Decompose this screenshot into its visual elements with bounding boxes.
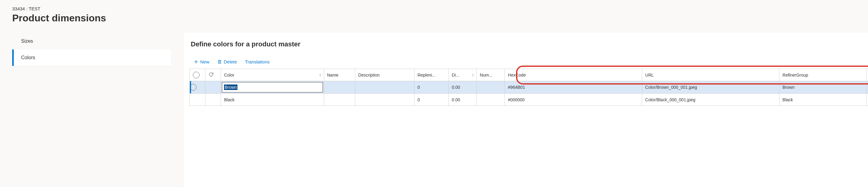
column-options[interactable]	[867, 69, 868, 81]
cell-hexcode[interactable]: #000000	[505, 94, 642, 106]
cell-description[interactable]	[355, 94, 414, 106]
column-header-label: Color	[224, 72, 234, 77]
sidebar-tab-label: Sizes	[21, 38, 33, 43]
delete-button-label: Delete	[224, 59, 237, 64]
cell-name[interactable]	[324, 81, 355, 94]
column-header-label: Repleni...	[417, 72, 436, 77]
table-row[interactable]: Brown 0 0.00 #964B01 Color/Brown_000_001…	[190, 81, 868, 94]
row-selector[interactable]	[190, 94, 206, 106]
cell-replenish[interactable]: 0	[414, 81, 448, 94]
column-header-name[interactable]: Name	[324, 69, 355, 81]
row-marker	[206, 81, 221, 94]
table-row[interactable]: Black 0 0.00 #000000 Color/Black_000_001…	[190, 94, 868, 106]
column-header-label: Name	[327, 72, 338, 77]
page-title: Product dimensions	[12, 12, 868, 24]
cell-name[interactable]	[324, 94, 355, 106]
column-header-replenish[interactable]: Repleni...	[414, 69, 448, 81]
sort-ascending-icon: ↑	[319, 72, 321, 77]
cell-url[interactable]: Color/Brown_000_001.jpeg	[642, 81, 779, 94]
column-header-label: HexCode	[508, 72, 526, 77]
translations-button[interactable]: Translations	[245, 59, 270, 64]
cell-color[interactable]: Black	[221, 94, 324, 106]
main-panel: Define colors for a product master New D…	[183, 33, 868, 187]
column-header-label: Description	[358, 72, 380, 77]
breadcrumb: 33434 : TEST	[12, 6, 868, 11]
toolbar: New Delete Translations	[189, 57, 868, 69]
cell-empty	[867, 94, 868, 106]
column-header-color[interactable]: Color↑	[221, 69, 324, 81]
new-button-label: New	[200, 59, 209, 64]
cell-number[interactable]	[477, 81, 505, 94]
plus-icon	[194, 60, 198, 64]
column-header-label: URL	[645, 72, 654, 77]
sidebar: Sizes Colors	[12, 33, 171, 187]
row-selector[interactable]	[190, 81, 206, 94]
cell-empty	[867, 81, 868, 94]
cell-display[interactable]: 0.00	[448, 81, 477, 94]
translations-button-label: Translations	[245, 59, 270, 64]
column-select-all[interactable]	[190, 69, 206, 81]
column-header-description[interactable]: Description	[355, 69, 414, 81]
trash-icon	[217, 60, 222, 64]
column-header-hexcode[interactable]: HexCode	[505, 69, 642, 81]
cell-url[interactable]: Color/Black_000_001.jpeg	[642, 94, 779, 106]
column-header-label: Di...	[452, 72, 459, 77]
sort-ascending-icon: ↑	[472, 72, 474, 77]
cell-display[interactable]: 0.00	[448, 94, 477, 106]
row-marker	[206, 94, 221, 106]
cell-replenish[interactable]: 0	[414, 94, 448, 106]
sidebar-tab-sizes[interactable]: Sizes	[12, 33, 171, 50]
column-header-refinergroup[interactable]: RefinerGroup	[779, 69, 866, 81]
section-title: Define colors for a product master	[191, 40, 868, 48]
svg-rect-2	[219, 61, 221, 63]
cell-hexcode[interactable]: #964B01	[505, 81, 642, 94]
column-header-display[interactable]: Di...↑	[448, 69, 477, 81]
cell-color[interactable]: Brown	[221, 81, 324, 94]
column-header-label: Num...	[480, 72, 492, 77]
sidebar-tab-label: Colors	[21, 55, 35, 60]
sidebar-tab-colors[interactable]: Colors	[12, 50, 171, 66]
cell-number[interactable]	[477, 94, 505, 106]
column-header-label: RefinerGroup	[782, 72, 808, 77]
new-button[interactable]: New	[194, 59, 209, 64]
delete-button[interactable]: Delete	[217, 59, 237, 64]
column-header-number[interactable]: Num...	[477, 69, 505, 81]
column-header-url[interactable]: URL	[642, 69, 779, 81]
cell-refinergroup[interactable]: Brown	[779, 81, 866, 94]
column-refresh[interactable]	[206, 69, 221, 81]
cell-color-value: Brown	[224, 85, 238, 90]
data-grid: Color↑ Name Description Repleni... Di...…	[189, 69, 868, 106]
cell-refinergroup[interactable]: Black	[779, 94, 866, 106]
refresh-icon	[209, 72, 214, 77]
cell-description[interactable]	[355, 81, 414, 94]
